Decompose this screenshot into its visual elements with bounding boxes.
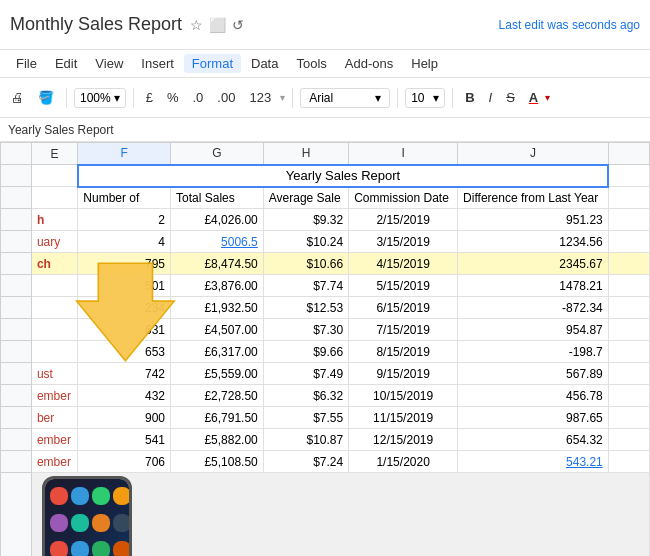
cell-diff-4[interactable]: 1478.21 (458, 275, 609, 297)
cell-month-6[interactable] (31, 319, 77, 341)
cell-commdate-6[interactable]: 7/15/2019 (349, 319, 458, 341)
cell-numof-header[interactable]: Number of (78, 187, 171, 209)
cell-totalsales-1[interactable]: £4,026.00 (171, 209, 264, 231)
cell-commdate-3[interactable]: 4/15/2019 (349, 253, 458, 275)
cell-commdate-12[interactable]: 1/15/2020 (349, 451, 458, 473)
cell-diff-8[interactable]: 567.89 (458, 363, 609, 385)
cell-totalsales-3[interactable]: £8,474.50 (171, 253, 264, 275)
cell-commdate-9[interactable]: 10/15/2019 (349, 385, 458, 407)
menu-addons[interactable]: Add-ons (337, 54, 401, 73)
font-family-select[interactable]: Arial ▾ (300, 88, 390, 108)
bold-button[interactable]: B (460, 87, 479, 108)
cell-commdate-1[interactable]: 2/15/2019 (349, 209, 458, 231)
col-header-extra[interactable] (608, 143, 649, 165)
cell-commdate-7[interactable]: 8/15/2019 (349, 341, 458, 363)
star-icon[interactable]: ☆ (190, 17, 203, 33)
cell-commdate-2[interactable]: 3/15/2019 (349, 231, 458, 253)
menu-tools[interactable]: Tools (288, 54, 334, 73)
cell-avgsale-3[interactable]: $10.66 (263, 253, 348, 275)
paint-format-button[interactable]: 🪣 (33, 87, 59, 108)
cell-month-12[interactable]: ember (31, 451, 77, 473)
cell-avgsale-11[interactable]: $10.87 (263, 429, 348, 451)
percent-button[interactable]: % (162, 87, 184, 108)
cell-avgsale-8[interactable]: $7.49 (263, 363, 348, 385)
cell-diff-9[interactable]: 456.78 (458, 385, 609, 407)
cell-commdate-5[interactable]: 6/15/2019 (349, 297, 458, 319)
cell-extra-13[interactable] (608, 451, 649, 473)
cell-avgsale-1[interactable]: $9.32 (263, 209, 348, 231)
cell-extra-8[interactable] (608, 341, 649, 363)
cell-totalsales-7[interactable]: £6,317.00 (171, 341, 264, 363)
col-header-j[interactable]: J (458, 143, 609, 165)
cell-diff-3[interactable]: 2345.67 (458, 253, 609, 275)
cell-num-8[interactable]: 742 (78, 363, 171, 385)
cell-month-7[interactable] (31, 341, 77, 363)
cell-month-1[interactable]: h (31, 209, 77, 231)
cell-month-10[interactable]: ber (31, 407, 77, 429)
cell-diff-1[interactable]: 951.23 (458, 209, 609, 231)
cell-month-9[interactable]: ember (31, 385, 77, 407)
strikethrough-button[interactable]: S (501, 87, 520, 108)
cell-num-3[interactable]: 795 (78, 253, 171, 275)
cell-avgsale-4[interactable]: $7.74 (263, 275, 348, 297)
cell-commdate-10[interactable]: 11/15/2019 (349, 407, 458, 429)
cell-num-6[interactable]: 631 (78, 319, 171, 341)
cell-num-12[interactable]: 706 (78, 451, 171, 473)
cell-extra-3[interactable] (608, 231, 649, 253)
cell-avgsale-6[interactable]: $7.30 (263, 319, 348, 341)
cell-num-4[interactable]: 501 (78, 275, 171, 297)
cell-extra-11[interactable] (608, 407, 649, 429)
menu-view[interactable]: View (87, 54, 131, 73)
cell-avgsale-12[interactable]: $7.24 (263, 451, 348, 473)
menu-insert[interactable]: Insert (133, 54, 182, 73)
col-header-h[interactable]: H (263, 143, 348, 165)
print-button[interactable]: 🖨 (6, 87, 29, 108)
col-header-g[interactable]: G (171, 143, 264, 165)
cell-extra-5[interactable] (608, 275, 649, 297)
cell-month-4[interactable] (31, 275, 77, 297)
cell-month-3[interactable]: ch (31, 253, 77, 275)
italic-button[interactable]: I (484, 87, 498, 108)
cell-diff-10[interactable]: 987.65 (458, 407, 609, 429)
cell-avgsale-header[interactable]: Average Sale (263, 187, 348, 209)
cell-avgsale-7[interactable]: $9.66 (263, 341, 348, 363)
cell-totalsales-5[interactable]: £1,932.50 (171, 297, 264, 319)
menu-data[interactable]: Data (243, 54, 286, 73)
currency-button[interactable]: £ (141, 87, 158, 108)
cell-avgsale-10[interactable]: $7.55 (263, 407, 348, 429)
cell-extra-4[interactable] (608, 253, 649, 275)
cell-extra-10[interactable] (608, 385, 649, 407)
cell-num-11[interactable]: 541 (78, 429, 171, 451)
cell-extra-2[interactable] (608, 209, 649, 231)
menu-format[interactable]: Format (184, 54, 241, 73)
cell-diff-7[interactable]: -198.7 (458, 341, 609, 363)
cell-totalsales-12[interactable]: £5,108.50 (171, 451, 264, 473)
cell-num-5[interactable]: 234 (78, 297, 171, 319)
cell-num-2[interactable]: 4 (78, 231, 171, 253)
cell-extra-0[interactable] (608, 165, 649, 187)
cell-extra-7[interactable] (608, 319, 649, 341)
cell-avgsale-5[interactable]: $12.53 (263, 297, 348, 319)
cell-diff-header[interactable]: Difference from Last Year (458, 187, 609, 209)
cell-totalsales-11[interactable]: £5,882.00 (171, 429, 264, 451)
col-header-f[interactable]: F (78, 143, 171, 165)
cell-commdate-8[interactable]: 9/15/2019 (349, 363, 458, 385)
cell-commdate-11[interactable]: 12/15/2019 (349, 429, 458, 451)
underline-button[interactable]: A (524, 87, 543, 108)
cell-avgsale-9[interactable]: $6.32 (263, 385, 348, 407)
decimal-less-button[interactable]: .0 (188, 87, 209, 108)
cell-commdate-4[interactable]: 5/15/2019 (349, 275, 458, 297)
cell-month-5[interactable] (31, 297, 77, 319)
cell-totalsales-2[interactable]: 5006.5 (171, 231, 264, 253)
cell-extra-6[interactable] (608, 297, 649, 319)
cell-extra-1[interactable] (608, 187, 649, 209)
col-header-i[interactable]: I (349, 143, 458, 165)
cell-totalsales-9[interactable]: £2,728.50 (171, 385, 264, 407)
cell-totalsales-4[interactable]: £3,876.00 (171, 275, 264, 297)
cell-avgsale-2[interactable]: $10.24 (263, 231, 348, 253)
cell-diff-12[interactable]: 543.21 (458, 451, 609, 473)
cell-month-8[interactable]: ust (31, 363, 77, 385)
cell-num-9[interactable]: 432 (78, 385, 171, 407)
cell-commdate-header[interactable]: Commission Date (349, 187, 458, 209)
cell-num-7[interactable]: 653 (78, 341, 171, 363)
